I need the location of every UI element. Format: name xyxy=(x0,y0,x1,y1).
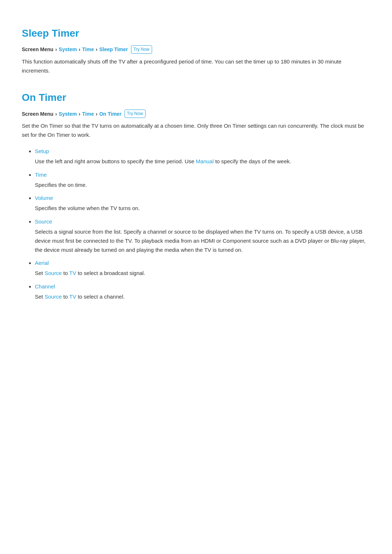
setup-desc: Use the left and right arrow buttons to … xyxy=(35,157,370,166)
aerial-tv-link[interactable]: TV xyxy=(69,270,76,276)
time-term: Time xyxy=(35,172,47,178)
on-timer-breadcrumb-sep-2: › xyxy=(79,110,81,118)
breadcrumb-screen-menu: Screen Menu xyxy=(22,45,53,53)
on-timer-section: On Timer Screen Menu › System › Time › O… xyxy=(22,90,370,301)
list-item-setup: Setup Use the left and right arrow butto… xyxy=(35,147,370,166)
breadcrumb-sleep-timer[interactable]: Sleep Timer xyxy=(99,45,128,53)
on-timer-breadcrumb: Screen Menu › System › Time › On Timer T… xyxy=(22,110,370,118)
channel-tv-link[interactable]: TV xyxy=(69,294,76,300)
aerial-source-link[interactable]: Source xyxy=(45,270,62,276)
time-desc: Specifies the on time. xyxy=(35,181,370,190)
sleep-timer-description: This function automatically shuts off th… xyxy=(22,57,370,75)
breadcrumb-sep-2: › xyxy=(79,45,81,53)
on-timer-breadcrumb-screen-menu: Screen Menu xyxy=(22,110,53,118)
breadcrumb-sep-1: › xyxy=(55,45,57,53)
aerial-desc: Set Source to TV to select a broadcast s… xyxy=(35,269,370,278)
sleep-timer-title: Sleep Timer xyxy=(22,25,370,42)
list-item-time: Time Specifies the on time. xyxy=(35,171,370,190)
channel-desc: Set Source to TV to select a channel. xyxy=(35,292,370,301)
on-timer-breadcrumb-sep-3: › xyxy=(96,110,98,118)
on-timer-description: Set the On Timer so that the TV turns on… xyxy=(22,122,370,140)
on-timer-breadcrumb-system[interactable]: System xyxy=(59,110,77,118)
on-timer-breadcrumb-on-timer[interactable]: On Timer xyxy=(99,110,121,118)
list-item-channel: Channel Set Source to TV to select a cha… xyxy=(35,282,370,301)
on-timer-try-now-badge[interactable]: Try Now xyxy=(124,110,146,118)
list-item-aerial: Aerial Set Source to TV to select a broa… xyxy=(35,259,370,278)
list-item-source: Source Selects a signal source from the … xyxy=(35,217,370,254)
aerial-term: Aerial xyxy=(35,260,49,266)
on-timer-breadcrumb-time[interactable]: Time xyxy=(82,110,94,118)
volume-desc: Specifies the volume when the TV turns o… xyxy=(35,204,370,213)
volume-term: Volume xyxy=(35,195,53,201)
breadcrumb-system[interactable]: System xyxy=(59,45,77,53)
channel-term: Channel xyxy=(35,283,55,290)
source-desc: Selects a signal source from the list. S… xyxy=(35,227,370,254)
on-timer-bullet-list: Setup Use the left and right arrow butto… xyxy=(22,147,370,301)
on-timer-title: On Timer xyxy=(22,90,370,106)
manual-link[interactable]: Manual xyxy=(196,158,214,164)
channel-source-link[interactable]: Source xyxy=(45,294,62,300)
setup-term: Setup xyxy=(35,148,49,154)
sleep-timer-section: Sleep Timer Screen Menu › System › Time … xyxy=(22,25,370,75)
sleep-timer-breadcrumb: Screen Menu › System › Time › Sleep Time… xyxy=(22,45,370,54)
source-term: Source xyxy=(35,218,52,225)
breadcrumb-sep-3: › xyxy=(96,45,98,53)
on-timer-breadcrumb-sep-1: › xyxy=(55,110,57,118)
list-item-volume: Volume Specifies the volume when the TV … xyxy=(35,194,370,213)
sleep-timer-try-now-badge[interactable]: Try Now xyxy=(131,45,152,54)
breadcrumb-time[interactable]: Time xyxy=(82,45,94,53)
